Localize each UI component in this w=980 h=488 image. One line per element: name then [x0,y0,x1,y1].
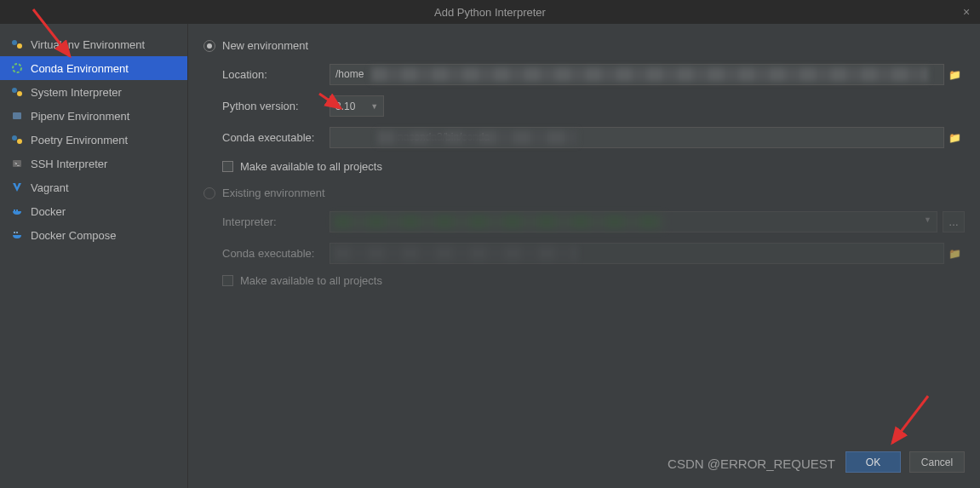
sidebar: Virtualenv Environment Conda Environment… [0,24,188,488]
svg-rect-10 [14,232,15,233]
make-available-all-checkbox[interactable]: Make available to all projects [203,160,965,173]
folder-icon[interactable]: 📁 [944,243,965,264]
svg-rect-11 [16,232,18,233]
sidebar-item-vagrant[interactable]: Vagrant [0,175,187,199]
folder-icon[interactable]: 📁 [944,64,965,85]
svg-point-7 [17,139,22,144]
sidebar-item-label: Vagrant [31,181,69,194]
python-version-select[interactable]: 3.10 ▼ [330,95,384,117]
sidebar-item-label: Pipenv Environment [31,110,129,123]
sidebar-item-label: Poetry Environment [31,134,128,146]
interpreter-label: Interpreter: [222,215,330,228]
svg-point-3 [12,88,17,93]
content-pane: New environment Location: /home 📁 Python… [188,24,980,488]
python-icon [10,37,24,51]
conda-exec-label-existing: Conda executable: [222,247,330,260]
sidebar-item-virtualenv[interactable]: Virtualenv Environment [0,32,187,56]
radio-existing-environment[interactable]: Existing environment [203,187,965,199]
close-icon[interactable]: × [960,5,973,19]
ssh-icon: >_ [10,157,24,170]
make-available-all-checkbox-existing[interactable]: Make available to all projects [203,274,965,287]
checkbox-icon [222,275,233,286]
radio-label: Existing environment [222,187,325,199]
dialog-titlebar: Add Python Interpreter × [0,0,980,24]
pipenv-icon [10,109,24,123]
sidebar-item-ssh[interactable]: >_ SSH Interpreter [0,152,187,175]
radio-new-environment[interactable]: New environment [203,39,965,52]
radio-icon [203,187,215,199]
cancel-button[interactable]: Cancel [909,451,965,473]
chevron-down-icon: ▼ [924,215,931,224]
sidebar-item-docker[interactable]: Docker [0,199,187,223]
ok-button[interactable]: OK [845,451,901,473]
radio-label: New environment [222,39,308,52]
sidebar-item-poetry[interactable]: Poetry Environment [0,128,187,152]
conda-exec-input[interactable]: ______naconda3/bin/conda [330,127,944,148]
vagrant-icon [10,181,24,194]
interpreter-select[interactable]: ▼ [330,211,937,233]
docker-compose-icon [10,228,24,242]
location-label: Location: [222,68,330,81]
browse-button[interactable]: … [943,211,965,233]
sidebar-item-pipenv[interactable]: Pipenv Environment [0,104,187,128]
checkbox-label: Make available to all projects [240,274,382,287]
python-version-label: Python version: [222,100,330,112]
location-input[interactable]: /home [330,64,944,85]
docker-icon [10,204,24,218]
svg-point-6 [12,135,17,141]
conda-exec-label: Conda executable: [222,131,330,144]
sidebar-item-label: Virtualenv Environment [31,38,145,51]
conda-exec-input-existing[interactable] [330,243,944,264]
checkbox-label: Make available to all projects [240,160,382,173]
python-icon [10,85,24,99]
sidebar-item-label: Docker [31,205,66,218]
conda-icon [10,61,24,75]
chevron-down-icon: ▼ [370,102,378,111]
dialog-title: Add Python Interpreter [434,6,546,19]
svg-point-4 [17,91,22,96]
sidebar-item-system[interactable]: System Interpreter [0,80,187,104]
folder-icon[interactable]: 📁 [944,127,965,148]
svg-text:>_: >_ [14,161,20,166]
checkbox-icon [222,161,233,172]
svg-rect-5 [13,112,21,119]
python-icon [10,133,24,146]
sidebar-item-label: Conda Environment [31,62,129,75]
sidebar-item-label: Docker Compose [31,229,116,242]
svg-point-1 [17,43,22,49]
sidebar-item-conda[interactable]: Conda Environment [0,56,187,80]
sidebar-item-docker-compose[interactable]: Docker Compose [0,223,187,247]
sidebar-item-label: System Interpreter [31,86,122,99]
python-version-value: 3.10 [335,100,355,112]
svg-point-0 [12,40,17,45]
sidebar-item-label: SSH Interpreter [31,158,107,170]
svg-point-2 [13,64,21,72]
radio-icon [203,40,215,52]
